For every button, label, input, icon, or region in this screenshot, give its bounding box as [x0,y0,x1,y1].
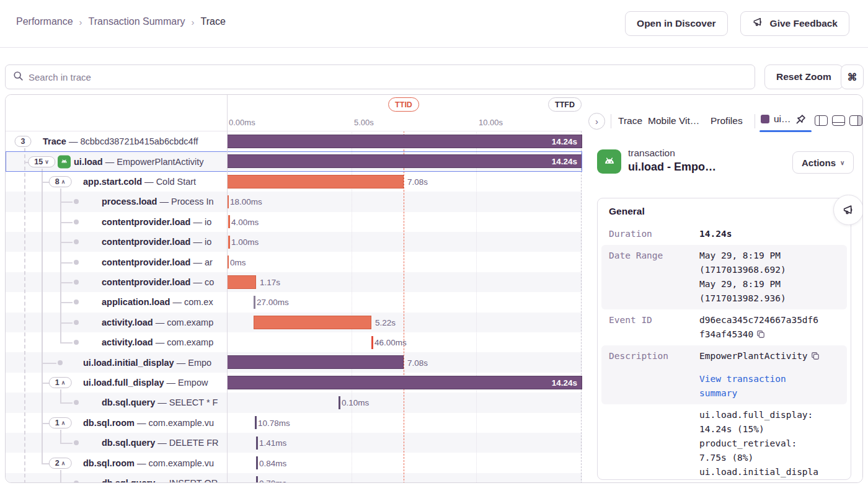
trace-tree-row[interactable]: ui.load.initial_display — Empo [6,352,227,372]
duration-label: 7.08s [407,358,428,367]
span-bar-row[interactable]: 7.08s [227,352,582,372]
give-feedback-button[interactable]: Give Feedback [740,11,849,36]
view-transaction-summary-link[interactable]: summary [699,386,843,401]
trace-tree-row[interactable]: application.load — com.ex [6,292,227,312]
detail-row-value: May 29, 8:19 PM(1717013968.692)May 29, 8… [699,249,843,306]
span-duration-bar[interactable]: 14.24s [227,154,582,168]
tab-trace[interactable]: Trace [618,115,642,126]
breadcrumb: Performance › Transaction Summary › Trac… [16,16,226,27]
trace-tree-row[interactable]: db.sql.query — SELECT * F [6,393,227,412]
span-duration-tick[interactable] [256,476,258,483]
detail-row-label: Description [609,349,699,363]
span-duration-bar[interactable] [227,355,404,369]
ttfd-marker-pill[interactable]: TTFD [548,97,582,112]
trace-tree-row[interactable]: 8∧app.start.cold — Cold Start [6,172,227,192]
span-label: db.sql.query — DELETE FR [102,438,219,448]
span-bar-row[interactable]: 14.24s [227,373,582,393]
trace-tree-row[interactable]: contentprovider.load — io [6,212,227,232]
span-duration-bar[interactable] [227,275,256,289]
active-tab-underline [760,130,812,132]
span-count-badge[interactable]: 8∧ [49,176,72,187]
tree-timeline-divider[interactable] [227,95,228,483]
span-label: ui.load — EmpowerPlantActivity [74,157,204,167]
span-bar-row[interactable]: 18.00ms [227,192,582,211]
span-count-badge[interactable]: 2∧ [49,458,72,469]
span-duration-bar[interactable] [227,175,404,189]
span-bar-row[interactable]: 0.70ms [227,473,582,483]
duration-label: 14.24s [552,137,577,146]
layout-right-panel-icon[interactable] [849,115,862,126]
trace-tree-row[interactable]: activity.load — com.examp [6,332,227,352]
span-duration-bar[interactable]: 14.24s [227,376,582,389]
trace-tree-row[interactable]: 1∧db.sql.room — com.example.vu [6,413,227,433]
layout-bottom-panel-icon[interactable] [832,115,845,126]
span-count-badge[interactable]: 3 [15,136,32,147]
span-duration-tick[interactable] [256,456,258,469]
trace-tree-row[interactable]: contentprovider.load — io [6,232,227,252]
actions-dropdown-button[interactable]: Actions∨ [792,151,854,174]
tab-mobile-vitals[interactable]: Mobile Vit… [648,115,699,126]
trace-tree-row[interactable]: db.sql.query — INSERT OR [6,473,227,483]
span-label: contentprovider.load — io [102,217,211,227]
trace-tree-row[interactable]: 2∧db.sql.room — com.example.vu [6,453,227,472]
duration-label: 1.00ms [231,237,259,247]
span-duration-tick[interactable] [228,236,230,249]
copy-icon[interactable] [811,352,820,360]
span-duration-bar[interactable] [254,316,371,329]
span-bar-row[interactable]: 14.24s [227,151,582,171]
span-bar-row[interactable]: 7.08s [227,172,582,192]
trace-tree-row[interactable]: 1∧ui.load.full_display — Empow [6,373,227,393]
search-input[interactable]: Search in trace [5,64,755,89]
layout-left-panel-icon[interactable] [815,115,828,126]
trace-tree-row[interactable]: process.load — Process In [6,192,227,211]
span-bar-row[interactable]: 14.24s [227,131,582,151]
chevron-down-icon: ∨ [45,159,49,165]
span-duration-tick[interactable] [255,416,257,429]
tab-ui-transaction[interactable]: ui… [761,113,791,125]
span-bar-row[interactable]: 1.00ms [227,232,582,252]
ttid-marker-pill[interactable]: TTID [388,97,419,112]
trace-tree-row[interactable]: activity.load — com.examp [6,313,227,332]
span-count-badge[interactable]: 1∧ [49,377,72,388]
detail-row: Date RangeMay 29, 8:19 PM(1717013968.692… [601,245,847,309]
breadcrumb-transaction-summary[interactable]: Transaction Summary [89,16,185,27]
span-leaf-dot [74,481,79,483]
trace-tree-row[interactable]: 3Trace — 8cbbcd38721b415ab6cbdc4ff [6,131,227,151]
span-bar-row[interactable]: 0ms [227,252,582,272]
trace-tree-row[interactable]: contentprovider.load — ar [6,252,227,272]
span-bar-row[interactable]: 5.22s [227,313,582,332]
feedback-megaphone-button[interactable] [833,195,863,225]
span-duration-tick[interactable] [371,336,373,349]
span-count-badge[interactable]: 1∧ [49,417,72,428]
span-bar-row[interactable]: 1.17s [227,272,582,292]
span-bar-row[interactable]: 4.00ms [227,212,582,232]
pin-tab-icon[interactable] [794,114,806,128]
span-duration-tick[interactable] [339,396,340,409]
span-bar-row[interactable]: 0.10ms [227,393,582,412]
span-duration-tick[interactable] [228,215,230,228]
view-transaction-summary-link[interactable]: View transaction [699,372,843,386]
span-bar-row[interactable]: 27.00ms [227,292,582,312]
collapse-panel-button[interactable]: › [588,113,605,130]
span-bar-row[interactable]: 46.00ms [227,332,582,352]
span-duration-bar[interactable]: 14.24s [227,135,582,148]
trace-tree-row[interactable]: contentprovider.load — co [6,272,227,292]
shortcut-command-button[interactable]: ⌘ [841,64,864,89]
span-bar-row[interactable]: 1.41ms [227,433,582,453]
duration-label: 0.84ms [259,458,286,468]
trace-tree-row[interactable]: 15∨ui.load — EmpowerPlantActivity [6,151,227,171]
span-bar-row[interactable]: 0.84ms [227,453,582,472]
span-bar-row[interactable]: 10.78ms [227,413,582,433]
span-count-badge[interactable]: 15∨ [28,156,55,167]
reset-zoom-button[interactable]: Reset Zoom [764,64,843,89]
duration-label: 10.78ms [258,418,290,427]
breadcrumb-performance[interactable]: Performance [16,16,73,27]
tab-profiles[interactable]: Profiles [711,115,743,126]
copy-icon[interactable] [756,330,765,339]
span-duration-tick[interactable] [256,437,258,450]
span-label: contentprovider.load — co [102,277,214,287]
span-duration-tick[interactable] [254,296,255,309]
open-in-discover-button[interactable]: Open in Discover [625,11,727,36]
megaphone-icon [752,16,764,31]
trace-tree-row[interactable]: db.sql.query — DELETE FR [6,433,227,453]
